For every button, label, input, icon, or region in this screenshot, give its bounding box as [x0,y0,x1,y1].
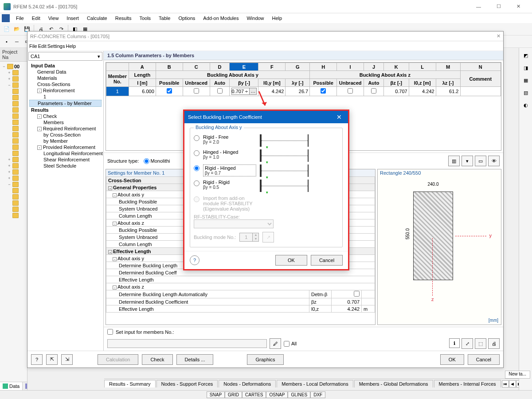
beta-y-picker-button[interactable]: … [249,88,256,94]
menu-calculate[interactable]: Calculate [83,15,111,22]
menu-edit[interactable]: Edit [28,15,44,22]
settings-row[interactable]: -About axis z [106,283,375,290]
view-3d-icon[interactable]: ⬚ [475,338,486,349]
import-button[interactable]: ⇲ [61,354,73,365]
module-menu-help[interactable]: Help [66,43,76,49]
all-checkbox[interactable]: All [284,341,297,347]
menu-insert[interactable]: Insert [63,15,82,22]
info-button[interactable]: ℹ [449,338,460,348]
details-button[interactable]: Details ... [176,354,214,365]
status-snap[interactable]: SNAP [207,391,225,398]
right-tool-4[interactable]: ▧ [521,88,531,98]
tree-item[interactable]: Materials [29,75,102,81]
tree-item[interactable]: Parameters - by Member [29,100,102,107]
buckling-option[interactable]: Rigid - Freeβy = 2.0▾ [194,134,339,147]
status-cartes[interactable]: CARTES [242,391,266,398]
col-K[interactable]: K [383,63,409,71]
menu-table[interactable]: Table [155,15,174,22]
tree-item[interactable]: Results [29,107,102,113]
tool-filter-icon[interactable]: ▾ [462,156,473,166]
tree-item[interactable]: Members [29,119,102,125]
tab-member-internal-forces[interactable]: Members - Internal Forces [434,380,501,387]
tree-item[interactable]: Shear Reinforcement [29,156,102,163]
tab-nav-next[interactable]: ▶ [516,380,519,387]
status-grid[interactable]: GRID [225,391,242,398]
buckling-option[interactable]: Rigid - Rigidβy = 0.5▾ [194,180,339,192]
panel-new-tab[interactable]: New ta... [505,371,530,379]
buckling-radio[interactable] [194,150,200,156]
dialog-ok-button[interactable]: OK [275,255,307,266]
cell-beta-z[interactable]: 0.707 [383,87,409,96]
cell-possible-z[interactable] [310,87,337,96]
right-tool-2[interactable]: ◨ [521,63,531,73]
navigator-tab-display[interactable]: Display [23,382,27,390]
tree-item[interactable]: 1 [29,94,102,100]
settings-row[interactable]: Determined Buckling Coefficientβz0.707 [106,298,375,305]
col-M[interactable]: M [436,63,460,71]
col-C[interactable]: C [183,63,210,71]
project-root-label[interactable]: 00 [14,64,20,69]
tool-columns-icon[interactable]: ▥ [448,156,460,166]
tree-item[interactable]: -Reinforcement [29,87,102,94]
status-glines[interactable]: GLINES [288,391,310,398]
col-E[interactable]: E [230,63,258,71]
case-selector[interactable]: CA1 ▾ [28,52,102,61]
cell-comment[interactable] [460,87,501,96]
module-tree[interactable]: Input DataGeneral DataMaterialsCross-Sec… [27,62,103,351]
module-menu-file[interactable]: File [29,43,37,49]
print-preview-icon[interactable]: 🖨 [488,338,500,349]
cell-l0y[interactable]: 4.242 [258,87,286,96]
buckling-radio[interactable] [194,165,200,171]
menu-file[interactable]: File [12,15,27,22]
tree-item[interactable]: Input Data [29,63,102,69]
project-tree[interactable]: −00 + + − + + + + − [0,62,27,382]
dialog-close-icon[interactable]: ✕ [334,113,344,121]
tab-results-summary[interactable]: Results - Summary [104,380,156,387]
pick-members-icon[interactable]: 🖉 [270,338,281,349]
settings-row[interactable]: Effective Length [106,276,375,283]
tree-item[interactable]: by Cross-Section [29,132,102,138]
buckling-radio[interactable] [194,135,200,141]
right-tool-5[interactable]: ◐ [521,100,531,110]
node-icon[interactable]: • [2,37,12,47]
module-ok-button[interactable]: OK [440,354,464,365]
right-tool-3[interactable]: ▦ [521,75,531,85]
tree-item[interactable]: -Check [29,113,102,119]
right-tool-1[interactable]: ◩ [521,51,531,60]
new-file-icon[interactable]: 📄 [2,24,12,34]
col-F[interactable]: F [258,63,286,71]
open-file-icon[interactable]: 📂 [12,24,22,34]
settings-row[interactable]: Effective Lengthl0,z4.242m [106,305,375,313]
graphics-button[interactable]: Graphics [247,354,283,365]
cell-lam-z[interactable]: 61.2 [436,87,460,96]
cell-unbraced-y[interactable] [183,87,210,96]
col-B[interactable]: B [156,63,183,71]
tool-pick-icon[interactable]: ▭ [475,156,486,166]
settings-row[interactable]: Determine Buckling Length AutomaticallyD… [106,290,375,298]
member-icon[interactable]: ─ [12,37,22,47]
tab-node-deformations[interactable]: Nodes - Deformations [219,380,276,387]
module-close-icon[interactable]: ✕ [497,33,501,39]
tree-item[interactable]: Steel Schedule [29,163,102,169]
member-list-input[interactable] [107,339,267,348]
buckling-radio[interactable] [194,180,200,186]
minimize-button[interactable]: — [469,0,489,13]
col-I[interactable]: I [337,63,364,71]
tab-nav-prev[interactable]: ◀ [509,380,516,387]
zoom-extents-icon[interactable]: ⤢ [462,338,473,349]
dialog-help-button[interactable]: ? [190,255,200,265]
col-J[interactable]: J [364,63,384,71]
tree-item[interactable]: by Member [29,138,102,144]
menu-results[interactable]: Results [112,15,135,22]
tree-item[interactable]: -Provided Reinforcement [29,144,102,150]
tree-item[interactable]: Longitudinal Reinforcement [29,150,102,156]
status-osnap[interactable]: OSNAP [266,391,288,398]
col-H[interactable]: H [310,63,337,71]
set-input-checkbox[interactable] [107,329,113,335]
menu-window[interactable]: Window [243,15,267,22]
tab-member-global-deformations[interactable]: Members - Global Deformations [354,380,433,387]
tab-support-forces[interactable]: Nodes - Support Forces [156,380,218,387]
check-button[interactable]: Check [142,354,172,365]
tab-nav-first[interactable]: ⏮ [502,380,509,387]
col-N[interactable]: N [460,63,501,71]
